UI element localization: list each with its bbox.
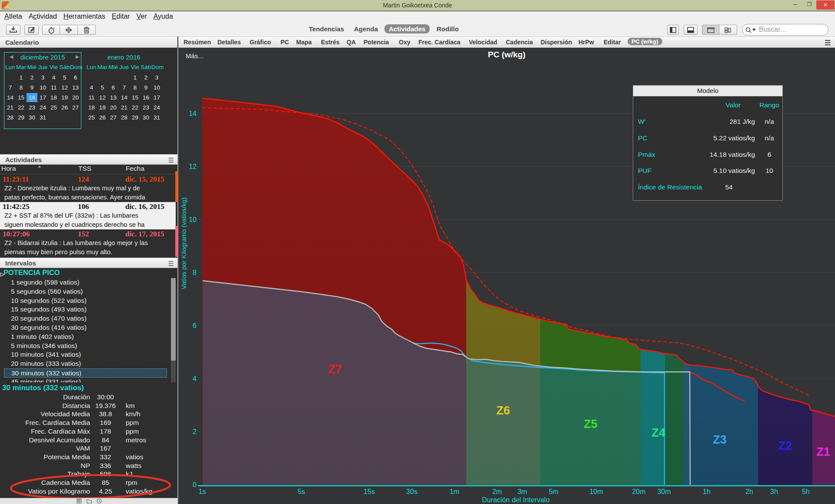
svg-text:3h: 3h bbox=[770, 488, 778, 495]
svg-text:2m: 2m bbox=[492, 488, 502, 495]
svg-text:Z4: Z4 bbox=[651, 426, 665, 439]
svg-text:1h: 1h bbox=[703, 488, 711, 495]
svg-text:14: 14 bbox=[189, 110, 197, 117]
svg-text:Z5: Z5 bbox=[584, 418, 598, 431]
svg-text:2: 2 bbox=[193, 428, 197, 435]
svg-text:Z2: Z2 bbox=[778, 439, 792, 452]
svg-text:3m: 3m bbox=[518, 488, 527, 495]
svg-text:12: 12 bbox=[189, 163, 197, 170]
svg-text:Z6: Z6 bbox=[496, 404, 510, 417]
svg-text:30m: 30m bbox=[657, 488, 671, 495]
svg-text:10m: 10m bbox=[589, 488, 603, 495]
svg-text:1m: 1m bbox=[450, 488, 459, 495]
svg-text:4: 4 bbox=[193, 375, 197, 382]
svg-text:Duración del Intervalo: Duración del Intervalo bbox=[482, 496, 550, 504]
svg-text:5h: 5h bbox=[802, 488, 810, 495]
svg-text:5m: 5m bbox=[549, 488, 558, 495]
svg-text:1s: 1s bbox=[199, 488, 206, 495]
svg-text:15s: 15s bbox=[364, 488, 375, 495]
svg-text:6: 6 bbox=[193, 322, 197, 329]
svg-text:10: 10 bbox=[189, 216, 197, 223]
svg-text:20m: 20m bbox=[632, 488, 645, 495]
svg-text:5s: 5s bbox=[298, 488, 305, 495]
svg-text:2h: 2h bbox=[745, 488, 753, 495]
svg-text:8: 8 bbox=[193, 269, 197, 276]
svg-text:Vatios por Kilogramo (vatios/k: Vatios por Kilogramo (vatios/kg) bbox=[180, 197, 187, 289]
svg-text:Z1: Z1 bbox=[816, 445, 830, 458]
svg-text:30s: 30s bbox=[406, 488, 418, 495]
svg-text:Z7: Z7 bbox=[328, 363, 342, 376]
svg-text:0: 0 bbox=[193, 481, 197, 488]
svg-text:Z3: Z3 bbox=[713, 433, 727, 446]
